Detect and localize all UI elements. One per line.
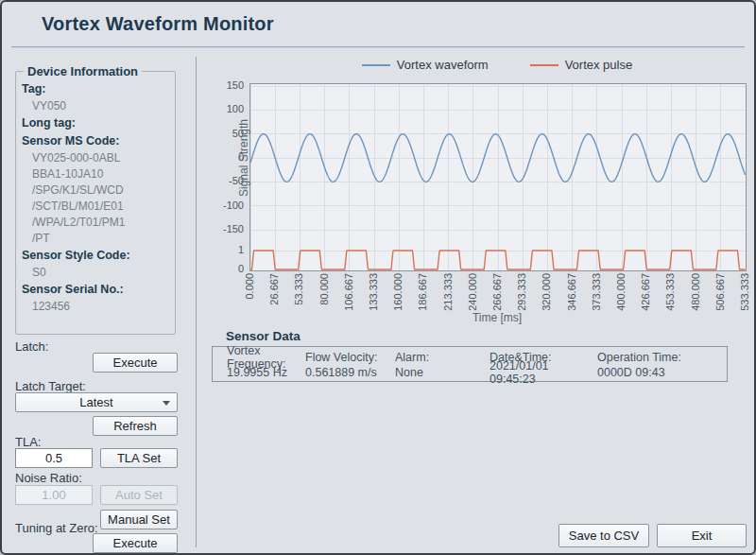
chart-legend: Vortex waveformVortex pulse xyxy=(249,58,745,72)
device-info-value: VY025-000-0ABL xyxy=(22,150,169,166)
device-info-value: VY050 xyxy=(22,98,169,114)
device-information-group: Device Information Tag:VY050Long tag:Sen… xyxy=(15,64,176,335)
latch-target-label: Latch Target: xyxy=(15,379,86,393)
sensor-data-panel: Vortex Frequency:Flow Velocity:Alarm:Dat… xyxy=(212,346,728,382)
device-info-value: /PT xyxy=(22,231,169,247)
legend-label: Vortex pulse xyxy=(565,58,633,72)
sensor-column-value: 2021/01/01 09:45:23 xyxy=(490,359,597,386)
noise-ratio-label: Noise Ratio: xyxy=(15,471,82,485)
device-info-label: Sensor Style Code: xyxy=(22,247,169,265)
device-info-label: Sensor MS Code: xyxy=(22,132,169,150)
legend-item: Vortex waveform xyxy=(362,58,489,72)
y-axis-tick-label: 150 xyxy=(198,79,244,91)
tuning-at-zero-label: Tuning at Zero: xyxy=(15,521,98,535)
exit-button[interactable]: Exit xyxy=(657,524,747,547)
tla-input[interactable] xyxy=(15,448,93,468)
sensor-column-value: 0000D 09:43 xyxy=(597,366,727,379)
sensor-column-value: 0.561889 m/s xyxy=(305,366,395,379)
device-information-fields: Tag:VY050Long tag:Sensor MS Code:VY025-0… xyxy=(22,80,169,315)
sensor-column-label: Flow Velocity: xyxy=(305,351,395,364)
sensor-data-title: Sensor Data xyxy=(226,329,301,343)
vortex-waveform-monitor-window: Vortex Waveform Monitor Device Informati… xyxy=(0,0,756,555)
title-separator xyxy=(11,46,745,48)
tla-set-button[interactable]: TLA Set xyxy=(100,448,178,468)
x-axis-label: Time [ms] xyxy=(249,311,745,324)
chevron-down-icon xyxy=(163,401,170,406)
save-to-csv-button[interactable]: Save to CSV xyxy=(558,524,649,547)
latch-target-value: Latest xyxy=(79,395,112,409)
y-axis-label: Signal Strength xyxy=(237,101,250,215)
device-info-label: Long tag: xyxy=(22,114,169,132)
legend-line-icon xyxy=(530,64,558,66)
legend-label: Vortex waveform xyxy=(397,58,489,72)
y-axis-tick-label: -150 xyxy=(198,223,244,234)
latch-target-combobox[interactable]: Latest xyxy=(15,392,178,412)
tuning-execute-button[interactable]: Execute xyxy=(93,533,178,553)
sensor-column-label: Operation Time: xyxy=(597,351,727,364)
auto-set-button: Auto Set xyxy=(100,485,178,505)
page-title: Vortex Waveform Monitor xyxy=(42,13,274,35)
left-panel: Device Information Tag:VY050Long tag:Sen… xyxy=(15,64,178,551)
noise-ratio-input xyxy=(15,485,93,505)
device-info-label: Sensor Serial No.: xyxy=(22,281,169,299)
device-info-value: /SCT/BL/M01/E01 xyxy=(22,199,169,215)
device-info-value: /WPA/L2/T01/PM1 xyxy=(22,215,169,231)
legend-item: Vortex pulse xyxy=(530,58,633,72)
vertical-divider xyxy=(196,57,197,547)
device-info-value: /SPG/K1/SL/WCD xyxy=(22,182,169,199)
device-info-value: BBA1-10JA10 xyxy=(22,166,169,182)
manual-set-button[interactable]: Manual Set xyxy=(100,510,178,529)
latch-label: Latch: xyxy=(15,339,48,354)
y-axis-tick-label: 0 xyxy=(198,263,244,274)
sensor-column-label: Alarm: xyxy=(395,351,490,364)
device-information-title: Device Information xyxy=(24,64,142,78)
refresh-button[interactable]: Refresh xyxy=(93,416,178,436)
sensor-column-value: None xyxy=(395,366,490,379)
tla-label: TLA: xyxy=(15,435,41,449)
device-info-label: Tag: xyxy=(22,80,169,98)
y-axis-tick-label: 1 xyxy=(198,244,244,255)
waveform-chart xyxy=(250,84,746,270)
latch-execute-button[interactable]: Execute xyxy=(93,353,178,373)
legend-line-icon xyxy=(362,64,390,66)
device-info-value: S0 xyxy=(22,265,169,281)
device-info-value: 123456 xyxy=(22,299,169,315)
waveform-chart-plot xyxy=(249,83,747,271)
sensor-column-value: 19.9955 Hz xyxy=(227,366,305,379)
